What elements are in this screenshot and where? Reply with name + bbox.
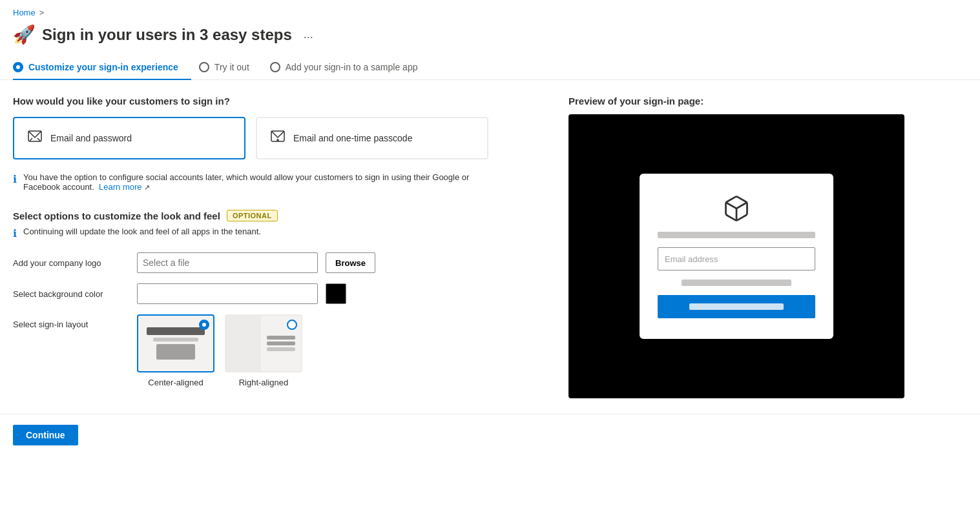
tab-customize[interactable]: Customize your sign-in experience: [13, 56, 191, 80]
layout-row: Select sign-in layout Center-aligned: [13, 314, 543, 387]
preview-header-bar: [147, 327, 205, 335]
breadcrumb-home[interactable]: Home: [13, 8, 36, 17]
layout-right[interactable]: Right-aligned: [225, 314, 302, 387]
page-emoji: 🚀: [13, 24, 36, 45]
svg-point-4: [277, 139, 278, 141]
preview-email-input: Email address: [658, 247, 815, 270]
layout-right-radio: [287, 320, 297, 330]
bg-color-label: Select background color: [13, 289, 129, 299]
preview-blue-button: [658, 295, 815, 318]
preview-mid-bar: [153, 338, 198, 341]
look-feel-note: ℹ Continuing will update the look and fe…: [13, 227, 543, 240]
option-email-password[interactable]: Email and password: [13, 117, 245, 159]
layout-right-card: [225, 314, 302, 372]
svg-line-1: [30, 138, 32, 141]
layout-right-label: Right-aligned: [239, 378, 289, 387]
layout-center-radio: [199, 320, 209, 330]
tab-add-label: Add your sign-in to a sample app: [286, 62, 418, 72]
external-link-icon: ↗: [144, 183, 150, 191]
color-preview[interactable]: [326, 283, 346, 304]
left-panel: How would you like your customers to sig…: [13, 96, 543, 398]
preview-btn-bar: [689, 303, 784, 310]
info-icon: ℹ: [13, 173, 17, 185]
social-info-box: ℹ You have the option to configure socia…: [13, 172, 478, 192]
browse-button[interactable]: Browse: [326, 252, 375, 273]
bg-color-input[interactable]: #000000: [137, 283, 318, 304]
optional-badge: OPTIONAL: [227, 210, 278, 221]
preview-cube-icon: [722, 194, 751, 223]
page-title: Sign in your users in 3 easy steps: [42, 26, 292, 44]
breadcrumb-separator: >: [39, 8, 45, 17]
tab-try-label: Try it out: [214, 62, 249, 72]
right-bar1: [267, 336, 295, 340]
preview-top-bar: [658, 232, 815, 238]
layout-label: Select sign-in layout: [13, 320, 129, 329]
option-email-otp[interactable]: Email and one-time passcode: [256, 117, 488, 159]
tab-add[interactable]: Add your sign-in to a sample app: [270, 56, 431, 80]
right-preview-left: [226, 316, 261, 371]
footer: Continue: [0, 414, 980, 456]
main-content: How would you like your customers to sig…: [0, 80, 980, 414]
social-info-text: You have the option to configure social …: [23, 172, 478, 192]
more-options-icon[interactable]: ...: [304, 28, 313, 41]
preview-container: Email address: [568, 114, 904, 398]
svg-line-2: [37, 138, 40, 141]
email-password-icon: [27, 128, 43, 148]
preview-label: Preview of your sign-in page:: [568, 96, 967, 107]
sign-in-options: Email and password Email and one-time pa…: [13, 117, 543, 159]
layout-center[interactable]: Center-aligned: [137, 314, 214, 387]
preview-center-box: [156, 344, 195, 360]
tab-try[interactable]: Try it out: [199, 56, 262, 80]
layout-center-label: Center-aligned: [148, 378, 203, 387]
right-panel: Preview of your sign-in page: Email addr…: [568, 96, 967, 398]
tab-customize-radio: [13, 62, 23, 72]
bg-color-row: Select background color #000000: [13, 283, 543, 304]
email-otp-icon: [270, 128, 286, 148]
look-feel-info-icon: ℹ: [13, 227, 17, 240]
layout-options: Center-aligned: [137, 314, 302, 387]
right-bar3: [267, 347, 295, 351]
look-feel-title: Select options to customize the look and…: [13, 210, 220, 221]
page-header: 🚀 Sign in your users in 3 easy steps ...: [0, 20, 980, 56]
email-password-label: Email and password: [50, 133, 132, 143]
learn-more-link[interactable]: Learn more: [99, 182, 141, 192]
logo-label: Add your company logo: [13, 258, 129, 268]
tab-customize-label: Customize your sign-in experience: [28, 62, 178, 72]
tab-add-radio: [270, 62, 280, 72]
tabs-bar: Customize your sign-in experience Try it…: [0, 56, 980, 80]
layout-center-card: [137, 314, 214, 372]
email-otp-label: Email and one-time passcode: [293, 133, 412, 143]
preview-card: Email address: [640, 174, 833, 339]
look-feel-header: Select options to customize the look and…: [13, 210, 543, 221]
logo-input[interactable]: [137, 252, 318, 273]
logo-row: Add your company logo Browse: [13, 252, 543, 273]
breadcrumb: Home >: [0, 0, 980, 20]
look-feel-note-text: Continuing will update the look and feel…: [23, 227, 261, 236]
continue-button[interactable]: Continue: [13, 425, 78, 445]
preview-bottom-bar: [682, 280, 792, 286]
sign-in-section-title: How would you like your customers to sig…: [13, 96, 543, 107]
right-bar2: [267, 341, 295, 345]
tab-try-radio: [199, 62, 209, 72]
